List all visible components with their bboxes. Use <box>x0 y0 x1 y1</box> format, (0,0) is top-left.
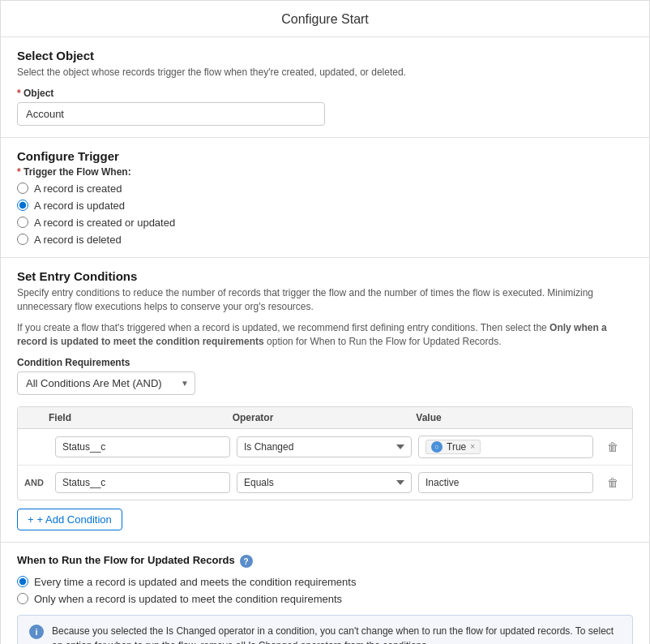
col-field: Field <box>49 412 233 423</box>
when-to-run-info-box: i Because you selected the Is Changed op… <box>17 615 633 644</box>
cond-value-2[interactable] <box>418 472 593 493</box>
trigger-label: Trigger the Flow When: <box>17 166 633 178</box>
run-option-1-label: Every time a record is updated and meets… <box>34 576 356 588</box>
condition-req-select-wrapper: All Conditions Are Met (AND) ▼ <box>17 371 195 395</box>
trigger-option-3-label: A record is created or updated <box>34 217 175 229</box>
entry-conditions-desc2: If you create a flow that's triggered wh… <box>17 321 633 349</box>
configure-trigger-title: Configure Trigger <box>17 149 633 163</box>
entry-conditions-desc1: Specify entry conditions to reduce the n… <box>17 286 633 314</box>
cond-field-2-wrapper <box>55 472 230 493</box>
col-empty <box>24 412 49 423</box>
trigger-radio-4[interactable] <box>17 234 28 245</box>
select-object-title: Select Object <box>17 49 633 62</box>
cond-field-2[interactable] <box>55 472 230 493</box>
page-title: Configure Start <box>1 1 649 37</box>
select-object-desc: Select the object whose records trigger … <box>17 66 633 79</box>
info-box-text: Because you selected the Is Changed oper… <box>52 624 621 644</box>
when-to-run-radio-group: Every time a record is updated and meets… <box>17 576 633 605</box>
cond-connector-2: AND <box>24 478 49 487</box>
trigger-option-4-label: A record is deleted <box>34 234 122 246</box>
trigger-option-2[interactable]: A record is updated <box>17 200 633 212</box>
configure-trigger-section: Configure Trigger Trigger the Flow When:… <box>1 138 649 258</box>
condition-req-label: Condition Requirements <box>17 357 633 368</box>
delete-icon-1: 🗑 <box>607 440 618 453</box>
trigger-option-1[interactable]: A record is created <box>17 182 633 195</box>
condition-row-2: AND Equals 🗑 <box>18 466 632 500</box>
trigger-option-2-label: A record is updated <box>34 200 125 212</box>
info-box-icon: i <box>29 625 44 639</box>
trigger-radio-group: A record is created A record is updated … <box>17 182 633 246</box>
cond-operator-1[interactable]: Is Changed <box>237 436 412 457</box>
condition-req-select[interactable]: All Conditions Are Met (AND) <box>17 371 195 395</box>
run-radio-1[interactable] <box>17 576 28 587</box>
cond-operator-1-wrapper: Is Changed <box>237 436 412 457</box>
trigger-option-4[interactable]: A record is deleted <box>17 234 633 246</box>
entry-conditions-title: Set Entry Conditions <box>17 269 633 283</box>
trigger-option-3[interactable]: A record is created or updated <box>17 217 633 229</box>
run-option-2-label: Only when a record is updated to meet th… <box>34 593 342 605</box>
add-condition-plus: + <box>28 513 34 526</box>
col-action <box>600 412 626 423</box>
entry-conditions-desc2-end: option for When to Run the Flow for Upda… <box>267 336 501 347</box>
chip-label: True <box>447 441 466 453</box>
value-chip-true: ○ True × <box>425 440 481 454</box>
object-input[interactable] <box>17 102 325 126</box>
trigger-radio-2[interactable] <box>17 200 28 211</box>
cond-operator-2-wrapper: Equals <box>237 472 412 493</box>
run-option-2[interactable]: Only when a record is updated to meet th… <box>17 593 633 605</box>
add-condition-button[interactable]: + + Add Condition <box>17 509 122 530</box>
delete-row-2-button[interactable]: 🗑 <box>600 474 626 491</box>
cond-value-2-wrapper <box>418 472 593 493</box>
when-to-run-section: When to Run the Flow for Updated Records… <box>1 543 649 644</box>
cond-value-1-wrapper[interactable]: ○ True × <box>418 436 593 458</box>
col-value: Value <box>416 412 600 423</box>
run-radio-2[interactable] <box>17 593 28 604</box>
add-condition-label: + Add Condition <box>37 513 112 526</box>
trigger-radio-1[interactable] <box>17 182 28 194</box>
trigger-option-1-label: A record is created <box>34 182 122 195</box>
when-to-run-title: When to Run the Flow for Updated Records <box>17 554 235 566</box>
chip-icon: ○ <box>431 441 443 453</box>
conditions-table-header: Field Operator Value <box>18 407 632 429</box>
col-operator: Operator <box>233 412 417 423</box>
delete-icon-2: 🗑 <box>607 476 618 489</box>
trigger-radio-3[interactable] <box>17 217 28 228</box>
cond-field-1[interactable] <box>55 436 230 457</box>
cond-operator-2[interactable]: Equals <box>237 472 412 493</box>
conditions-table: Field Operator Value Is Changed <box>17 406 633 500</box>
condition-row-1: Is Changed ○ True × 🗑 <box>18 429 632 466</box>
delete-row-1-button[interactable]: 🗑 <box>600 439 626 455</box>
cond-field-1-wrapper <box>55 436 230 457</box>
chip-close-1[interactable]: × <box>470 442 475 451</box>
object-field-label: Object <box>17 88 633 99</box>
run-option-1[interactable]: Every time a record is updated and meets… <box>17 576 633 588</box>
when-to-run-info-icon: ? <box>240 555 253 568</box>
entry-conditions-section: Set Entry Conditions Specify entry condi… <box>1 258 649 543</box>
select-object-section: Select Object Select the object whose re… <box>1 37 649 138</box>
condition-requirements: Condition Requirements All Conditions Ar… <box>17 357 633 395</box>
